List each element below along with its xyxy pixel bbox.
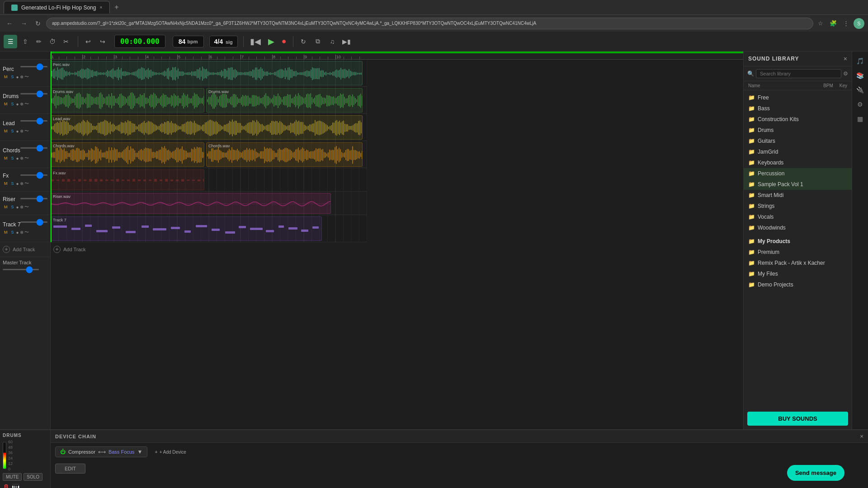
automation-btn[interactable]: 〜 [24, 101, 29, 107]
mute-btn[interactable]: M [3, 101, 9, 107]
add-device-button[interactable]: + + Add Device [151, 447, 190, 456]
arm-btn[interactable]: ● [16, 75, 19, 80]
arm-btn[interactable]: ● [16, 205, 19, 210]
active-tab[interactable]: Generated Lo-Fi Hip Hop Song × [4, 1, 110, 14]
clip-chords-wav[interactable]: Chords.wav [51, 142, 204, 167]
library-item-bass[interactable]: 📁 Bass [744, 103, 852, 114]
scissors-tool-button[interactable]: ✂ [60, 35, 72, 48]
mute-btn[interactable]: M [3, 74, 9, 80]
menu-button[interactable]: ☰ [4, 35, 17, 48]
clip-drums-wav[interactable]: Drums.wav [206, 88, 363, 113]
address-bar[interactable]: app.ampedstudio.com/?_gl=1*zkt20c_ga*MTA… [46, 18, 813, 29]
back-button[interactable]: ← [4, 19, 15, 28]
pencil-tool-button[interactable]: ✏ [33, 35, 45, 48]
volume-slider[interactable] [20, 120, 47, 122]
buy-sounds-button[interactable]: BUY SOUNDS [747, 412, 848, 426]
automation-btn[interactable]: 〜 [24, 74, 29, 80]
arm-btn[interactable]: ● [16, 230, 19, 235]
automation-btn[interactable]: 〜 [24, 128, 29, 134]
library-item-construction-kits[interactable]: 📁 Construction Kits [744, 114, 852, 125]
volume-slider[interactable] [20, 198, 47, 199]
smart-icon[interactable]: 🎵 [854, 55, 866, 67]
bpm-display[interactable]: 84 bpm [173, 36, 204, 47]
library-item-percussion[interactable]: 📁 Percussion [744, 168, 852, 179]
mute-button[interactable]: MUTE [3, 473, 22, 481]
device-chain-close-button[interactable]: × [860, 433, 863, 440]
library-item-woodwinds[interactable]: 📁 Woodwinds [744, 222, 852, 233]
automation-btn[interactable]: 〜 [24, 180, 29, 187]
clock-tool-button[interactable]: ⏱ [46, 35, 59, 48]
freeze-btn[interactable]: ❄ [20, 205, 24, 210]
arm-btn[interactable]: ● [16, 156, 19, 161]
freeze-btn[interactable]: ❄ [20, 102, 24, 107]
tab-close-button[interactable]: × [99, 5, 102, 10]
clip-fx-wav[interactable]: Fx.wav [51, 169, 204, 190]
metronome-button[interactable]: ♫ [326, 35, 339, 48]
library-item-premium[interactable]: 📁 Premium [744, 247, 852, 258]
volume-slider[interactable] [20, 66, 47, 67]
solo-btn[interactable]: S [10, 230, 15, 235]
search-input[interactable] [756, 69, 841, 78]
library-item-remix-pack-artik-x-kacher[interactable]: 📁 Remix Pack - Artik x Kacher [744, 258, 852, 268]
volume-slider[interactable] [20, 93, 47, 94]
mute-btn[interactable]: M [3, 230, 9, 235]
volume-slider[interactable] [20, 174, 47, 176]
add-track-button[interactable]: +Add Track [0, 242, 50, 257]
bookmark-button[interactable]: ☆ [816, 19, 825, 28]
clip-riser-wav[interactable]: Riser.wav [51, 193, 331, 214]
solo-button[interactable]: SOLO [24, 473, 42, 481]
library-item-smart-midi[interactable]: 📁 Smart Midi [744, 190, 852, 201]
automation-btn[interactable]: 〜 [24, 204, 29, 210]
add-track-row[interactable]: +Add Track [51, 242, 367, 257]
arm-btn[interactable]: ● [16, 181, 19, 186]
freeze-btn[interactable]: ❄ [20, 181, 24, 186]
clip-lead-wav[interactable]: Lead.wav [51, 115, 363, 140]
time-sig-display[interactable]: 4/4 sig [209, 36, 238, 47]
freeze-btn[interactable]: ❄ [20, 129, 24, 134]
library-item-keyboards[interactable]: 📁 Keyboards [744, 157, 852, 168]
library-item-guitars[interactable]: 📁 Guitars [744, 136, 852, 146]
mute-btn[interactable]: M [3, 128, 9, 134]
library-item-strings[interactable]: 📁 Strings [744, 201, 852, 211]
clip-chords-wav[interactable]: Chords.wav [206, 142, 363, 167]
track-row-fx[interactable]: Fx.wav [51, 168, 367, 192]
plugin-icon[interactable]: 🔌 [854, 84, 866, 96]
volume-slider[interactable] [20, 147, 47, 149]
library-close-button[interactable]: × [844, 55, 847, 62]
library-item-my-files[interactable]: 📁 My Files [744, 268, 852, 279]
arm-btn[interactable]: ● [16, 102, 19, 107]
solo-btn[interactable]: S [10, 155, 15, 161]
library-item-demo-projects[interactable]: 📁 Demo Projects [744, 279, 852, 290]
library-item-drums[interactable]: 📁 Drums [744, 125, 852, 136]
library-item-sample-pack-vol-1[interactable]: 📁 Sample Pack Vol 1 [744, 179, 852, 190]
solo-btn[interactable]: S [10, 181, 15, 186]
mute-btn[interactable]: M [3, 204, 9, 210]
mute-btn[interactable]: M [3, 181, 9, 186]
edit-button[interactable]: EDIT [55, 464, 85, 474]
mute-btn[interactable]: M [3, 155, 9, 161]
solo-btn[interactable]: S [10, 74, 15, 80]
undo-button[interactable]: ↩ [82, 35, 94, 48]
clip-perc-wav[interactable]: Perc.wav [51, 61, 363, 85]
clip-drums-wav[interactable]: Drums.wav [51, 88, 204, 113]
arm-btn[interactable]: ● [16, 129, 19, 134]
extension-button[interactable]: 🧩 [828, 19, 839, 28]
forward-button[interactable]: → [18, 19, 30, 28]
record-arm-button[interactable]: 🎙 [3, 483, 10, 488]
solo-btn[interactable]: S [10, 204, 15, 210]
track-row-lead[interactable]: Lead.wav [51, 114, 367, 141]
volume-slider[interactable] [20, 221, 47, 223]
device-expand-icon[interactable]: ▼ [137, 449, 142, 455]
track-row-perc[interactable]: Perc.wav [51, 60, 367, 87]
freeze-btn[interactable]: ❄ [20, 75, 24, 80]
punch-in-button[interactable]: ⧉ [311, 35, 324, 48]
freeze-btn[interactable]: ❄ [20, 156, 24, 161]
solo-btn[interactable]: S [10, 128, 15, 134]
automation-btn[interactable]: 〜 [24, 155, 29, 161]
library-item-jamgrid[interactable]: 📁 JamGrid [744, 146, 852, 157]
library-icon[interactable]: 📚 [854, 70, 866, 81]
library-item-free[interactable]: 📁 Free [744, 92, 852, 103]
record-button[interactable]: ● [279, 35, 289, 48]
send-message-button[interactable]: Send message [787, 465, 844, 481]
freeze-btn[interactable]: ❄ [20, 230, 24, 235]
